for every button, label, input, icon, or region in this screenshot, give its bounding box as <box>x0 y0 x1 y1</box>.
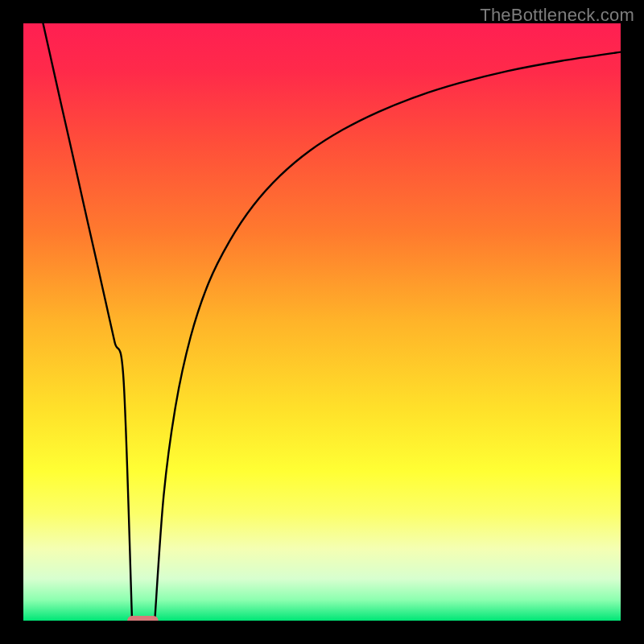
chart-svg <box>23 23 621 621</box>
plot-area <box>23 23 621 621</box>
gradient-background <box>23 23 621 621</box>
chart-frame: TheBottleneck.com <box>0 0 644 644</box>
minimum-marker <box>127 616 159 621</box>
